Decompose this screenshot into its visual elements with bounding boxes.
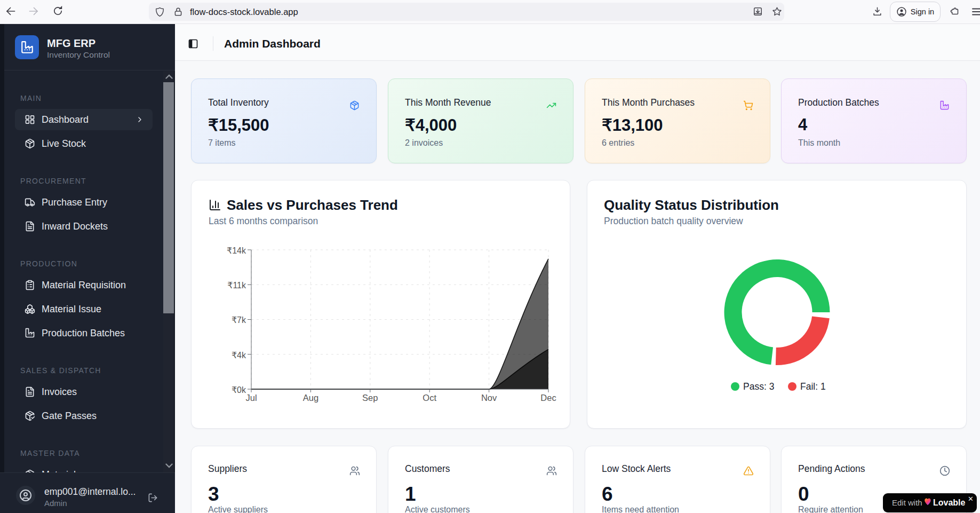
svg-text:Oct: Oct [423,393,436,402]
svg-text:Fail: 1: Fail: 1 [800,381,826,392]
svg-text:Sep: Sep [362,393,378,402]
svg-text:₹11k: ₹11k [227,281,246,290]
svg-text:Dec: Dec [540,393,556,402]
svg-text:₹0k: ₹0k [232,385,246,394]
svg-text:₹14k: ₹14k [227,246,246,255]
svg-text:Jul: Jul [245,393,257,402]
svg-text:Nov: Nov [481,393,497,402]
svg-text:Pass: 3: Pass: 3 [743,381,774,392]
svg-text:₹4k: ₹4k [232,351,246,360]
svg-text:Aug: Aug [303,393,318,402]
svg-text:₹7k: ₹7k [232,315,246,325]
